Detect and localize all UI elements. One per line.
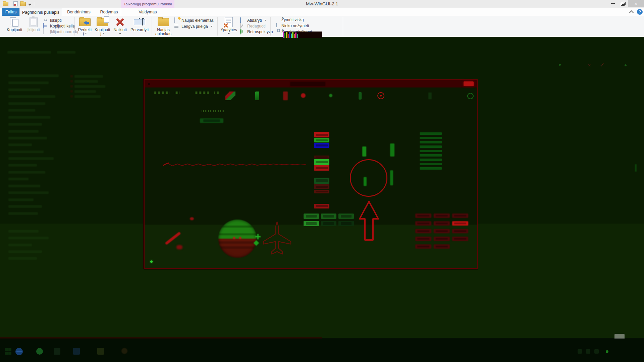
app-icon[interactable] xyxy=(97,348,104,355)
paste-button[interactable]: Įklijuoti xyxy=(25,16,42,32)
hud-panel-button[interactable] xyxy=(321,221,336,226)
start-button[interactable] xyxy=(5,348,11,355)
hud-toolbar-label xyxy=(195,92,209,94)
glitch-stripe xyxy=(284,33,285,38)
glitch-stripe xyxy=(291,34,292,38)
hud-toolbar-ring-green-icon[interactable] xyxy=(467,93,474,99)
hud-table-cell xyxy=(434,244,450,249)
tab-rodymas[interactable]: Rodymas xyxy=(96,8,122,16)
hud-toolbar-pencil-icon[interactable] xyxy=(225,92,235,100)
hud-close-button[interactable] xyxy=(464,81,474,86)
folder-icon[interactable] xyxy=(3,2,8,6)
rename-button[interactable]: Pervardyti xyxy=(129,16,150,32)
hud-table-cell-highlight xyxy=(452,221,468,226)
copy-path-button[interactable]: Kopijuoti kelią xyxy=(43,23,75,29)
hud-table-cell xyxy=(415,244,431,249)
tab-failas[interactable]: Failas xyxy=(2,8,19,16)
hud-mode-button[interactable] xyxy=(200,118,223,123)
new-folder-button[interactable]: Naujas aplankas xyxy=(154,16,173,36)
cut-button[interactable]: ✂ Iškirpti xyxy=(43,17,62,23)
app-icon[interactable] xyxy=(54,348,60,355)
glitch-stripe xyxy=(288,34,289,38)
edit-button[interactable]: Redaguoti xyxy=(240,23,266,29)
glitch-stripe xyxy=(286,32,287,38)
tab-pagrindinis-puslapis[interactable]: Pagrindinis puslapis xyxy=(19,8,62,16)
hud-toolbar-label xyxy=(214,92,219,94)
tray-status-dot[interactable] xyxy=(606,350,608,353)
file-list-row xyxy=(8,198,34,201)
app-icon[interactable] xyxy=(121,348,127,354)
paste-shortcut-icon xyxy=(43,29,44,34)
collapse-ribbon-icon[interactable] xyxy=(630,10,633,13)
hud-panel-button[interactable] xyxy=(321,214,336,219)
properties-icon xyxy=(225,17,233,27)
attitude-indicator-ball xyxy=(218,220,257,258)
ribbon: Kopijuoti Įklijuoti ✂ Iškirpti Kopijuoti… xyxy=(0,16,644,37)
select-all-button[interactable]: Žymėti viską xyxy=(274,17,304,22)
hud-panel-button[interactable] xyxy=(338,221,354,226)
tray-icon[interactable] xyxy=(594,349,599,354)
hud-window-titlebar[interactable] xyxy=(145,80,477,87)
status-dot xyxy=(625,64,627,66)
hud-panel-button[interactable] xyxy=(304,221,319,226)
new-item-button[interactable]: Naujas elementas xyxy=(174,17,218,23)
customize-toolbar-dropdown-icon[interactable] xyxy=(28,2,32,6)
hud-caption-text xyxy=(201,110,225,112)
history-icon xyxy=(240,28,241,35)
hud-toolbar-vbar-green-icon[interactable] xyxy=(255,92,259,100)
paste-icon[interactable] xyxy=(13,1,18,6)
tab-bendrinimas[interactable]: Bendrinimas xyxy=(61,8,96,16)
hud-toolbar-vbar-green2-icon[interactable] xyxy=(359,92,362,100)
divider xyxy=(74,17,75,36)
folder-icon[interactable] xyxy=(20,2,26,6)
hud-toolbar-dot-red-icon[interactable] xyxy=(301,93,306,98)
file-list-row xyxy=(8,130,39,133)
file-list-row xyxy=(74,85,105,88)
tray-icon[interactable] xyxy=(578,349,582,354)
move-to-button[interactable]: Perkelti į xyxy=(76,16,93,36)
browser-icon[interactable] xyxy=(15,348,23,355)
select-none-button[interactable]: Nieko nežymėti xyxy=(274,23,309,28)
copy-to-button[interactable]: Kopijuoti į xyxy=(94,16,111,36)
file-list-row xyxy=(8,191,49,194)
hud-warning-lamp xyxy=(314,132,329,137)
history-button[interactable]: Retrospektyva xyxy=(240,29,273,35)
open-button[interactable]: Atidaryti xyxy=(240,17,266,23)
restore-button[interactable] xyxy=(618,0,628,7)
hud-panel-button[interactable] xyxy=(304,214,319,219)
hud-needle-hub xyxy=(176,245,182,249)
hud-needle xyxy=(165,232,181,245)
glitch-stripe xyxy=(289,32,290,38)
paste-shortcut-button[interactable]: Įklijuoti nuorodą xyxy=(43,29,78,35)
delete-button[interactable]: Naikinti xyxy=(112,16,128,35)
copy-button[interactable]: Kopijuoti xyxy=(5,16,24,32)
hud-warning-lamp xyxy=(314,190,329,193)
file-list-row xyxy=(8,230,39,233)
close-button[interactable]: × xyxy=(628,0,644,7)
file-list-row xyxy=(8,178,29,180)
file-list-row xyxy=(57,51,75,54)
minimize-button[interactable] xyxy=(608,0,618,7)
tab-valdymas[interactable]: Valdymas xyxy=(121,8,174,16)
app-icon-green[interactable] xyxy=(36,348,43,355)
hud-table-cell xyxy=(415,214,431,218)
new-item-icon xyxy=(174,17,175,23)
hud-toolbar-target-red-icon[interactable] xyxy=(377,92,384,99)
hud-panel-button[interactable] xyxy=(338,214,354,219)
app-icon[interactable] xyxy=(73,348,80,355)
tray-icon[interactable] xyxy=(586,349,590,354)
hud-toolbar-vbar-faint-icon[interactable] xyxy=(428,93,432,99)
hud-warning-lamp xyxy=(314,138,329,142)
aircraft-silhouette xyxy=(263,220,291,260)
help-button[interactable]: ? xyxy=(637,9,643,15)
file-list-row xyxy=(8,205,42,208)
hud-toolbar-vbar-red-icon[interactable] xyxy=(283,92,288,100)
file-list-row xyxy=(8,237,49,239)
easy-access-button[interactable]: Lengva prieiga xyxy=(174,23,213,29)
hud-toolbar-dot-green-icon[interactable] xyxy=(329,94,332,97)
hud-warning-lamp xyxy=(314,143,329,148)
divider xyxy=(217,17,218,36)
divider xyxy=(34,2,34,6)
properties-button[interactable]: Ypatybės xyxy=(219,16,238,35)
hud-toolbar-label xyxy=(154,92,170,94)
